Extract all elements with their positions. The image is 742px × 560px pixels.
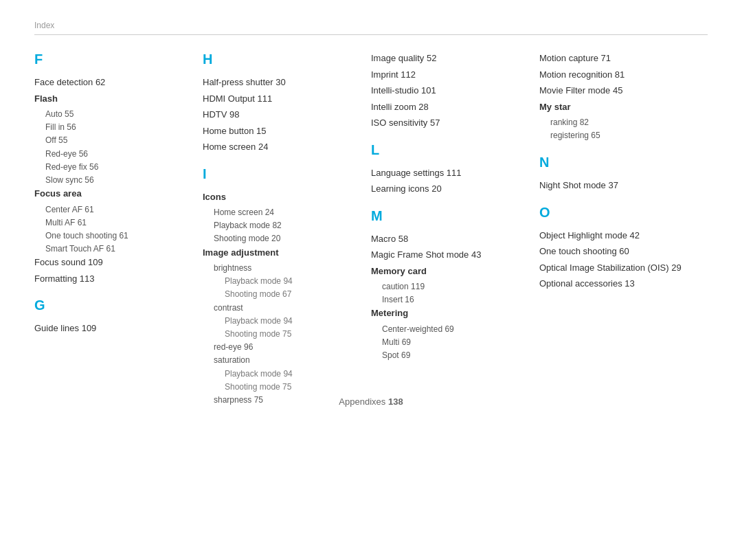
entry-multiaf: Multi AF 61	[34, 216, 189, 229]
index-columns: F Face detection 62 Flash Auto 55 Fill i…	[34, 52, 708, 407]
entry-redeye: Red-eye 56	[34, 148, 189, 161]
entry-imprint: Imprint 112	[371, 68, 526, 82]
letter-m: M	[371, 208, 526, 224]
entry-auto: Auto 55	[34, 108, 189, 121]
entry-multi-metering: Multi 69	[371, 336, 526, 349]
entry-brightness-playback: Playback mode 94	[203, 275, 357, 288]
entry-halfpress: Half-press shutter 30	[203, 76, 357, 89]
entry-imageadj-header: Image adjustment	[203, 246, 357, 260]
col-no: Motion capture 71 Motion recognition 81 …	[539, 52, 708, 407]
entry-metering-header: Metering	[371, 306, 526, 320]
letter-n: N	[539, 155, 694, 170]
entry-onetouchshooting: One touch shooting 60	[539, 245, 694, 258]
entry-off: Off 55	[34, 134, 189, 147]
entry-motioncapture: Motion capture 71	[539, 52, 694, 65]
entry-magicframe: Magic Frame Shot mode 43	[371, 248, 526, 262]
entry-saturation-shooting: Shooting mode 75	[203, 381, 357, 394]
entry-redeye-adj: red-eye 96	[203, 341, 357, 354]
page-header: Index	[34, 21, 708, 30]
entry-centerweighted: Center-weighted 69	[371, 323, 526, 336]
entry-icons-header: Icons	[203, 190, 357, 204]
letter-l: L	[371, 142, 526, 158]
entry-insert: Insert 16	[371, 293, 526, 306]
letter-i: I	[203, 166, 357, 182]
entry-slowsync: Slow sync 56	[34, 174, 189, 187]
entry-hdtv: HDTV 98	[203, 108, 357, 122]
page: Index F Face detection 62 Flash Auto 55 …	[0, 0, 742, 421]
entry-icons-playback: Playback mode 82	[203, 219, 357, 232]
entry-fillin: Fill in 56	[34, 121, 189, 134]
col-lm: Image quality 52 Imprint 112 Intelli-stu…	[371, 52, 539, 407]
entry-imagequality: Image quality 52	[371, 52, 526, 65]
entry-brightness: brightness	[203, 262, 357, 275]
entry-memorycard-header: Memory card	[371, 265, 526, 278]
letter-f: F	[34, 52, 189, 67]
entry-intellistudio: Intelli-studio 101	[371, 84, 526, 98]
entry-contrast-playback: Playback mode 94	[203, 315, 357, 328]
entry-nightshot: Night Shot mode 37	[539, 179, 694, 192]
entry-moviefilter: Movie Filter mode 45	[539, 84, 694, 98]
entry-motionrecognition: Motion recognition 81	[539, 68, 694, 82]
entry-saturation-playback: Playback mode 94	[203, 368, 357, 381]
letter-g: G	[34, 298, 189, 313]
entry-spot: Spot 69	[371, 349, 526, 362]
entry-hdmi: HDMI Output 111	[203, 92, 357, 106]
entry-mystar-header: My star	[539, 100, 694, 114]
entry-ois: Optical Image Stabilization (OIS) 29	[539, 261, 694, 275]
entry-home-button: Home button 15	[203, 124, 357, 138]
header-divider	[34, 34, 708, 35]
entry-ranking: ranking 82	[539, 116, 694, 129]
entry-language: Language settings 111	[371, 166, 526, 180]
entry-onetouchshooting-f: One touch shooting 61	[34, 229, 189, 243]
footer-prefix: Appendixes	[339, 396, 385, 407]
entry-focus-area-header: Focus area	[34, 187, 189, 201]
entry-registering: registering 65	[539, 129, 694, 142]
entry-guide-lines: Guide lines 109	[34, 322, 189, 335]
entry-flash-header: Flash	[34, 92, 189, 106]
letter-o: O	[539, 205, 694, 221]
entry-icons-shooting: Shooting mode 20	[203, 232, 357, 245]
entry-contrast: contrast	[203, 302, 357, 315]
entry-focus-sound: Focus sound 109	[34, 256, 189, 269]
col-fg: F Face detection 62 Flash Auto 55 Fill i…	[34, 52, 203, 407]
entry-redeyefix: Red-eye fix 56	[34, 161, 189, 174]
page-footer: Appendixes 138	[0, 396, 742, 407]
letter-h: H	[203, 52, 357, 67]
col-hi: H Half-press shutter 30 HDMI Output 111 …	[203, 52, 371, 407]
entry-optional-accessories: Optional accessories 13	[539, 277, 694, 291]
entry-centeraf: Center AF 61	[34, 203, 189, 216]
entry-objecthighlight: Object Highlight mode 42	[539, 229, 694, 243]
entry-learningicons: Learning icons 20	[371, 182, 526, 196]
entry-formatting: Formatting 113	[34, 272, 189, 286]
entry-face-detection: Face detection 62	[34, 76, 189, 89]
entry-icons-homescreen: Home screen 24	[203, 206, 357, 219]
entry-brightness-shooting: Shooting mode 67	[203, 288, 357, 301]
entry-contrast-shooting: Shooting mode 75	[203, 328, 357, 341]
entry-smarttouchaf: Smart Touch AF 61	[34, 243, 189, 256]
entry-saturation: saturation	[203, 354, 357, 367]
footer-page: 138	[388, 396, 403, 407]
entry-macro: Macro 58	[371, 232, 526, 246]
entry-home-screen: Home screen 24	[203, 140, 357, 154]
entry-iso: ISO sensitivity 57	[371, 116, 526, 130]
entry-intellizoom: Intelli zoom 28	[371, 100, 526, 114]
entry-caution: caution 119	[371, 280, 526, 293]
